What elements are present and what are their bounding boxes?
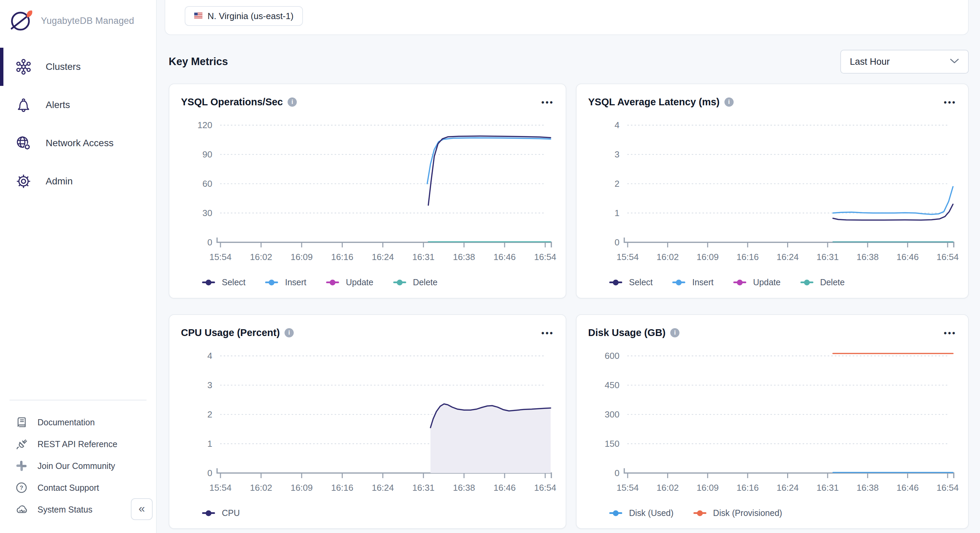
svg-text:16:54: 16:54 bbox=[534, 482, 556, 493]
legend-item-delete[interactable]: Delete bbox=[800, 277, 845, 287]
legend-marker bbox=[202, 512, 215, 514]
card-header: YSQL Average Latency (ms) i ••• bbox=[577, 97, 968, 108]
svg-text:15:54: 15:54 bbox=[209, 482, 231, 493]
ysql-operations-chart: 030609012015:5416:0216:0916:1616:2416:31… bbox=[169, 112, 566, 269]
main-content: N. Virginia (us-east-1) Key Metrics Last… bbox=[158, 0, 980, 533]
chart-legend: Select Insert Update Delete bbox=[169, 277, 566, 287]
sidebar-footer-label: REST API Reference bbox=[38, 439, 117, 449]
svg-text:16:31: 16:31 bbox=[816, 252, 838, 262]
info-icon[interactable]: i bbox=[724, 97, 733, 107]
card-header: Disk Usage (GB) i ••• bbox=[577, 327, 968, 339]
svg-text:4: 4 bbox=[615, 120, 619, 130]
chart-legend: CPU bbox=[169, 508, 566, 518]
svg-text:2: 2 bbox=[615, 178, 619, 189]
legend-marker bbox=[609, 512, 622, 514]
time-range-select[interactable]: Last Hour bbox=[840, 50, 969, 73]
info-icon[interactable]: i bbox=[285, 328, 294, 337]
svg-text:16:02: 16:02 bbox=[657, 252, 679, 262]
svg-text:120: 120 bbox=[197, 120, 212, 130]
chart-title: YSQL Operations/Sec bbox=[181, 97, 283, 108]
chart-title: YSQL Average Latency (ms) bbox=[588, 97, 720, 108]
us-flag-icon bbox=[194, 13, 202, 20]
svg-text:600: 600 bbox=[605, 351, 619, 361]
sidebar-item-rest-api-reference[interactable]: REST API Reference bbox=[0, 433, 156, 455]
svg-text:16:16: 16:16 bbox=[737, 252, 759, 262]
svg-text:16:54: 16:54 bbox=[936, 482, 959, 493]
svg-text:16:54: 16:54 bbox=[534, 252, 556, 262]
svg-text:1: 1 bbox=[207, 439, 212, 449]
legend-marker bbox=[800, 282, 813, 283]
card-disk-usage: Disk Usage (GB) i ••• 015030045060015:54… bbox=[576, 314, 969, 529]
cpu-usage-chart: 0123415:5416:0216:0916:1616:2416:3116:38… bbox=[169, 342, 566, 499]
svg-text:16:24: 16:24 bbox=[372, 482, 394, 493]
sidebar-item-network-access[interactable]: Network Access bbox=[0, 124, 156, 162]
legend-item-cpu[interactable]: CPU bbox=[202, 508, 240, 518]
svg-text:16:09: 16:09 bbox=[697, 482, 719, 493]
legend-item-update[interactable]: Update bbox=[733, 277, 781, 287]
info-icon[interactable]: i bbox=[670, 328, 679, 337]
legend-item-insert[interactable]: Insert bbox=[265, 277, 306, 287]
sidebar-footer-label: Documentation bbox=[38, 417, 95, 427]
svg-text:15:54: 15:54 bbox=[209, 252, 231, 262]
svg-text:300: 300 bbox=[605, 409, 619, 420]
region-chip-label: N. Virginia (us-east-1) bbox=[207, 11, 293, 21]
slack-icon bbox=[14, 460, 29, 472]
legend-item-update[interactable]: Update bbox=[326, 277, 374, 287]
svg-text:4: 4 bbox=[207, 351, 212, 361]
sidebar-footer-label: Join Our Community bbox=[38, 461, 115, 471]
svg-text:16:31: 16:31 bbox=[816, 482, 838, 493]
card-menu-ellipsis-icon[interactable]: ••• bbox=[541, 97, 554, 107]
svg-text:16:09: 16:09 bbox=[291, 252, 313, 262]
card-menu-ellipsis-icon[interactable]: ••• bbox=[541, 328, 554, 338]
sidebar-item-clusters[interactable]: Clusters bbox=[0, 48, 156, 86]
svg-text:0: 0 bbox=[615, 237, 619, 247]
metrics-header: Key Metrics Last Hour bbox=[169, 50, 969, 73]
legend-marker bbox=[265, 282, 278, 283]
svg-text:16:24: 16:24 bbox=[372, 252, 394, 262]
sidebar-footer-label: Contact Support bbox=[38, 483, 99, 493]
svg-text:16:16: 16:16 bbox=[737, 482, 759, 493]
legend-item-disk-provisioned[interactable]: Disk (Provisioned) bbox=[694, 508, 783, 518]
legend-item-insert[interactable]: Insert bbox=[672, 277, 714, 287]
sidebar-item-alerts[interactable]: Alerts bbox=[0, 86, 156, 124]
svg-text:16:09: 16:09 bbox=[697, 252, 719, 262]
svg-text:3: 3 bbox=[207, 380, 212, 390]
time-range-value: Last Hour bbox=[850, 57, 890, 67]
svg-text:16:16: 16:16 bbox=[331, 252, 353, 262]
svg-text:0: 0 bbox=[615, 468, 619, 478]
info-icon[interactable]: i bbox=[288, 97, 297, 107]
legend-marker bbox=[672, 282, 685, 283]
svg-text:16:02: 16:02 bbox=[250, 252, 272, 262]
sidebar-item-label: Clusters bbox=[46, 61, 81, 72]
sidebar-collapse-button[interactable]: « bbox=[131, 498, 153, 520]
svg-text:16:54: 16:54 bbox=[936, 252, 959, 262]
card-header: YSQL Operations/Sec i ••• bbox=[169, 97, 566, 108]
plug-icon bbox=[14, 438, 29, 450]
legend-item-disk-used[interactable]: Disk (Used) bbox=[609, 508, 674, 518]
sidebar-item-contact-support[interactable]: ? Contact Support bbox=[0, 477, 156, 499]
bell-icon bbox=[15, 97, 32, 113]
svg-text:1: 1 bbox=[615, 208, 619, 218]
card-menu-ellipsis-icon[interactable]: ••• bbox=[944, 97, 956, 107]
chevron-down-icon bbox=[950, 58, 959, 65]
sidebar-item-label: Alerts bbox=[46, 100, 70, 110]
region-chip[interactable]: N. Virginia (us-east-1) bbox=[185, 6, 303, 26]
legend-item-select[interactable]: Select bbox=[609, 277, 652, 287]
legend-marker bbox=[694, 512, 706, 514]
card-menu-ellipsis-icon[interactable]: ••• bbox=[944, 328, 956, 338]
cluster-top-panel: N. Virginia (us-east-1) bbox=[165, 0, 969, 35]
svg-text:?: ? bbox=[20, 485, 23, 491]
sidebar: YugabyteDB Managed Clusters bbox=[0, 0, 157, 533]
yugabyte-planet-logo-icon bbox=[8, 9, 34, 33]
chart-legend: Select Insert Update Delete bbox=[577, 277, 968, 287]
legend-item-select[interactable]: Select bbox=[202, 277, 245, 287]
legend-item-delete[interactable]: Delete bbox=[393, 277, 438, 287]
sidebar-item-admin[interactable]: Admin bbox=[0, 162, 156, 200]
book-icon bbox=[14, 416, 29, 428]
sidebar-item-join-our-community[interactable]: Join Our Community bbox=[0, 455, 156, 477]
clusters-icon bbox=[15, 59, 32, 75]
sidebar-item-documentation[interactable]: Documentation bbox=[0, 411, 156, 433]
svg-text:2: 2 bbox=[207, 409, 212, 420]
app-title: YugabyteDB Managed bbox=[41, 16, 134, 26]
legend-marker bbox=[393, 282, 406, 283]
